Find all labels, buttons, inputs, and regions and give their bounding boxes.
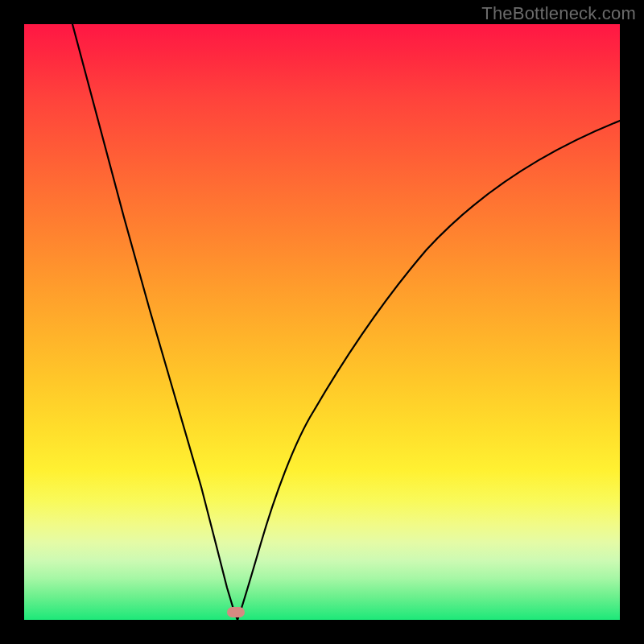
- min-point-marker: [227, 607, 245, 617]
- bottleneck-curve: [24, 24, 620, 620]
- plot-area: [24, 24, 620, 620]
- watermark-text: TheBottleneck.com: [481, 3, 636, 24]
- outer-black-frame: TheBottleneck.com: [0, 0, 644, 644]
